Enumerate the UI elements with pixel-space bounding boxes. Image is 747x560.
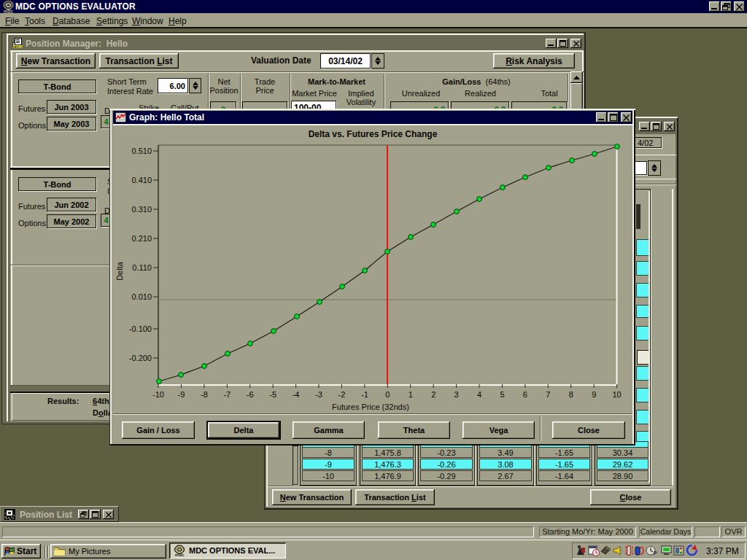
svg-text:-2: -2 <box>338 390 346 399</box>
svg-text:-8: -8 <box>201 390 208 399</box>
svg-text:-4: -4 <box>293 390 300 399</box>
svg-text:0.310: 0.310 <box>131 205 152 214</box>
svg-text:8: 8 <box>569 390 573 399</box>
svg-text:0.510: 0.510 <box>131 147 152 155</box>
svg-text:-6: -6 <box>247 390 254 399</box>
svg-text:1: 1 <box>409 390 413 399</box>
svg-text:-3: -3 <box>315 390 322 399</box>
svg-text:0.010: 0.010 <box>131 292 152 301</box>
svg-text:2: 2 <box>431 390 436 399</box>
svg-text:7: 7 <box>546 390 550 399</box>
svg-text:9: 9 <box>592 390 596 399</box>
svg-text:0.410: 0.410 <box>131 176 152 184</box>
svg-text:-9: -9 <box>178 390 185 399</box>
svg-text:5: 5 <box>500 390 504 399</box>
svg-text:6: 6 <box>523 390 527 399</box>
svg-text:-0.200: -0.200 <box>129 354 152 362</box>
svg-text:4: 4 <box>477 390 481 399</box>
svg-text:10: 10 <box>612 390 621 399</box>
svg-text:Delta: Delta <box>115 261 124 281</box>
svg-text:-1: -1 <box>361 390 368 399</box>
svg-text:-7: -7 <box>223 390 231 399</box>
svg-text:-5: -5 <box>269 390 276 399</box>
svg-text:mdc: mdc <box>175 552 185 557</box>
svg-text:0.210: 0.210 <box>131 234 152 243</box>
svg-text:3: 3 <box>454 390 459 399</box>
svg-text:-0.100: -0.100 <box>129 324 152 333</box>
svg-text:0.110: 0.110 <box>132 263 152 272</box>
svg-text:Futures Price (32nds): Futures Price (32nds) <box>332 402 409 411</box>
svg-text:P: P <box>654 551 657 556</box>
svg-text:-10: -10 <box>152 390 164 399</box>
svg-text:0: 0 <box>385 390 390 399</box>
